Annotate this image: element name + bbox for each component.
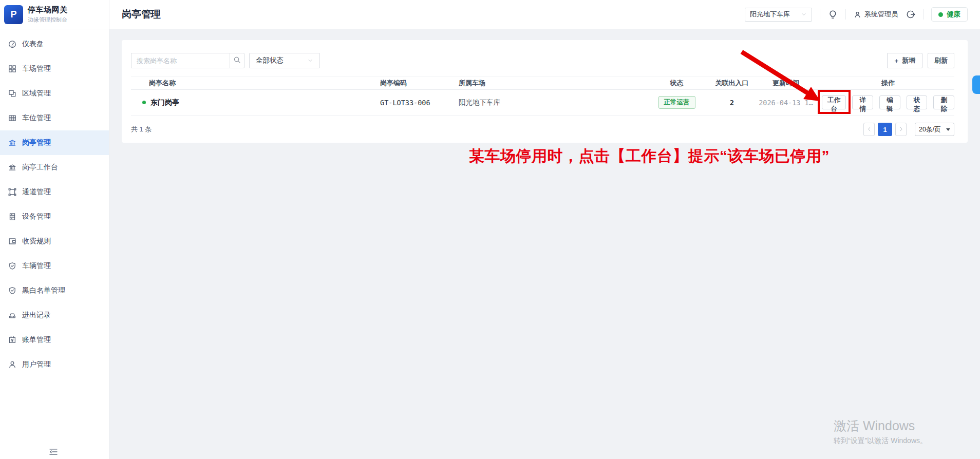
sidebar-item-records[interactable]: 进出记录 bbox=[0, 303, 109, 328]
sidebar-item-users[interactable]: 用户管理 bbox=[0, 352, 109, 377]
table-row: 东门岗亭 GT-LOT33-006 阳光地下车库 正常运营 2 2026-04-… bbox=[131, 90, 954, 116]
lightbulb-icon[interactable] bbox=[828, 10, 838, 20]
sidebar-item-label: 车场管理 bbox=[22, 64, 51, 73]
booth-icon bbox=[8, 139, 16, 147]
page-size-value: 20条/页 bbox=[919, 125, 940, 134]
add-button[interactable]: + 新增 bbox=[887, 53, 922, 68]
column-header-updated: 更新时间 bbox=[750, 79, 822, 88]
status-filter-select[interactable]: 全部状态 bbox=[249, 53, 320, 68]
sidebar-item-booth-workbench[interactable]: 岗亭工作台 bbox=[0, 155, 109, 180]
parking-lots-icon bbox=[8, 65, 16, 73]
booth-code: GT-LOT33-006 bbox=[380, 99, 459, 107]
user-icon bbox=[854, 11, 861, 18]
column-header-gates: 关联出入口 bbox=[714, 79, 750, 88]
sidebar: P 停车场网关 边缘管理控制台 仪表盘 车场管理 区域管理 车位管理 bbox=[0, 0, 109, 459]
search-input[interactable] bbox=[131, 53, 230, 68]
health-label: 健康 bbox=[947, 10, 960, 19]
edge-floating-widget[interactable] bbox=[972, 75, 980, 94]
sidebar-item-label: 收费规则 bbox=[22, 237, 51, 246]
sidebar-item-bills[interactable]: 账单管理 bbox=[0, 328, 109, 352]
pagination: 共 1 条 1 20条/页 bbox=[131, 123, 954, 136]
gate-count: 2 bbox=[714, 99, 750, 107]
sidebar-item-label: 通道管理 bbox=[22, 187, 51, 197]
chevron-down-icon bbox=[307, 58, 313, 64]
sidebar-item-label: 车位管理 bbox=[22, 113, 51, 123]
sidebar-item-vehicles[interactable]: 车辆管理 bbox=[0, 254, 109, 278]
logout-icon[interactable] bbox=[906, 10, 915, 19]
sidebar-item-zones[interactable]: 区域管理 bbox=[0, 81, 109, 106]
watermark-line1: 激活 Windows bbox=[834, 417, 927, 434]
blacklist-icon bbox=[8, 286, 16, 295]
records-icon bbox=[8, 311, 16, 319]
app-subtitle: 边缘管理控制台 bbox=[28, 16, 68, 24]
sidebar-item-parking-lots[interactable]: 车场管理 bbox=[0, 56, 109, 81]
search-icon bbox=[233, 56, 241, 65]
sidebar-item-label: 用户管理 bbox=[22, 360, 51, 369]
table-toolbar: 全部状态 + 新增 刷新 bbox=[131, 53, 954, 68]
chevron-left-icon bbox=[866, 126, 872, 133]
parking-lot-select[interactable]: 阳光地下车库 bbox=[745, 8, 812, 22]
column-header-name: 岗亭名称 bbox=[131, 79, 380, 88]
user-name: 系统管理员 bbox=[864, 10, 898, 19]
online-dot-icon bbox=[142, 101, 146, 104]
status-filter-value: 全部状态 bbox=[256, 56, 284, 65]
sidebar-item-label: 黑白名单管理 bbox=[22, 286, 65, 295]
delete-button[interactable]: 删除 bbox=[933, 95, 954, 109]
column-header-lot: 所属车场 bbox=[459, 79, 639, 88]
search-button[interactable] bbox=[230, 53, 244, 68]
app-title: 停车场网关 bbox=[28, 5, 68, 15]
windows-activation-watermark: 激活 Windows 转到“设置”以激活 Windows。 bbox=[834, 417, 927, 446]
workbench-button[interactable]: 工作台 bbox=[822, 95, 846, 109]
sidebar-item-devices[interactable]: 设备管理 bbox=[0, 204, 109, 229]
column-header-actions: 操作 bbox=[822, 79, 954, 88]
row-actions: 工作台 详情 编辑 状态 删除 bbox=[822, 95, 954, 109]
sidebar-item-blacklist[interactable]: 黑白名单管理 bbox=[0, 278, 109, 303]
booth-lot: 阳光地下车库 bbox=[459, 98, 639, 107]
status-badge: 正常运营 bbox=[658, 96, 695, 109]
sidebar-item-label: 车辆管理 bbox=[22, 261, 51, 271]
sidebar-item-channels[interactable]: 通道管理 bbox=[0, 180, 109, 204]
edit-button[interactable]: 编辑 bbox=[879, 95, 900, 109]
sidebar-item-label: 进出记录 bbox=[22, 311, 51, 320]
updated-time: 2026-04-13 1… bbox=[750, 99, 822, 107]
table-header: 岗亭名称 岗亭编码 所属车场 状态 关联出入口 更新时间 操作 bbox=[131, 76, 954, 90]
plus-icon: + bbox=[894, 57, 898, 65]
channels-icon bbox=[8, 188, 16, 196]
health-status-badge: 健康 bbox=[931, 7, 968, 22]
health-dot-icon bbox=[938, 12, 943, 17]
sidebar-item-fee-rules[interactable]: 收费规则 bbox=[0, 229, 109, 254]
sidebar-item-label: 设备管理 bbox=[22, 212, 51, 221]
chevron-right-icon bbox=[898, 126, 904, 133]
details-button[interactable]: 详情 bbox=[852, 95, 873, 109]
refresh-button[interactable]: 刷新 bbox=[928, 53, 954, 68]
page-size-select[interactable]: 20条/页 bbox=[915, 123, 954, 136]
prev-page-button[interactable] bbox=[863, 123, 875, 136]
parking-lot-select-value: 阳光地下车库 bbox=[750, 10, 790, 19]
users-icon bbox=[8, 360, 16, 369]
vehicles-icon bbox=[8, 262, 16, 270]
user-menu[interactable]: 系统管理员 bbox=[854, 10, 898, 19]
main-content: 全部状态 + 新增 刷新 岗亭名称 岗亭编码 所属车场 状态 关联出入口 更新时… bbox=[109, 29, 980, 459]
sidebar-item-dashboard[interactable]: 仪表盘 bbox=[0, 32, 109, 56]
column-header-status: 状态 bbox=[639, 79, 714, 88]
next-page-button[interactable] bbox=[895, 123, 907, 136]
divider bbox=[923, 9, 924, 20]
sidebar-item-label: 岗亭管理 bbox=[22, 138, 51, 147]
zones-icon bbox=[8, 89, 16, 98]
status-button[interactable]: 状态 bbox=[907, 95, 928, 109]
sidebar-item-spaces[interactable]: 车位管理 bbox=[0, 106, 109, 130]
sidebar-item-label: 仪表盘 bbox=[22, 40, 44, 49]
sidebar-item-label: 账单管理 bbox=[22, 335, 51, 345]
annotation-text: 某车场停用时，点击【工作台】提示“该车场已停用” bbox=[469, 146, 830, 167]
watermark-line2: 转到“设置”以激活 Windows。 bbox=[834, 436, 927, 446]
app-logo-badge: P bbox=[4, 5, 23, 24]
add-button-label: 新增 bbox=[902, 56, 915, 65]
sidebar-item-booths[interactable]: 岗亭管理 bbox=[0, 130, 109, 155]
menu-fold-icon[interactable] bbox=[49, 448, 58, 456]
top-bar: 岗亭管理 阳光地下车库 系统管理员 健康 bbox=[109, 0, 980, 29]
booth-list-card: 全部状态 + 新增 刷新 岗亭名称 岗亭编码 所属车场 状态 关联出入口 更新时… bbox=[122, 40, 968, 143]
divider bbox=[845, 9, 846, 20]
caret-down-icon bbox=[946, 128, 950, 131]
bills-icon bbox=[8, 336, 16, 344]
page-number-button[interactable]: 1 bbox=[878, 123, 892, 136]
